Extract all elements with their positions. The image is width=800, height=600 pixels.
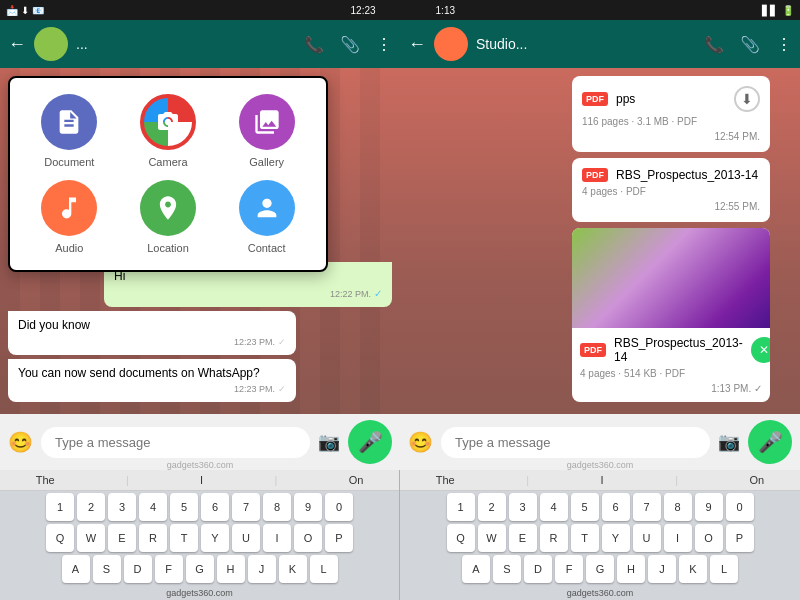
key-r-8[interactable]: 8 [664, 493, 692, 521]
key-9[interactable]: 9 [294, 493, 322, 521]
suggestion-right-2[interactable]: I [601, 474, 604, 486]
key-r-s[interactable]: S [493, 555, 521, 583]
key-r-h[interactable]: H [617, 555, 645, 583]
audio-icon [41, 180, 97, 236]
key-j[interactable]: J [248, 555, 276, 583]
key-r-o[interactable]: O [695, 524, 723, 552]
more-icon-right[interactable]: ⋮ [776, 35, 792, 54]
key-q[interactable]: Q [46, 524, 74, 552]
pdf-info-2: 4 pages · PDF [582, 186, 760, 197]
key-r-j[interactable]: J [648, 555, 676, 583]
key-r-5[interactable]: 5 [571, 493, 599, 521]
phone-icon-left[interactable]: 📞 [304, 35, 324, 54]
pdf-info-1: 116 pages · 3.1 MB · PDF [582, 116, 760, 127]
phone-icon-right[interactable]: 📞 [704, 35, 724, 54]
emoji-button-left[interactable]: 😊 [8, 430, 33, 454]
pdf-download-1[interactable]: ⬇ [734, 86, 760, 112]
key-8[interactable]: 8 [263, 493, 291, 521]
back-button-right[interactable]: ← [408, 34, 426, 55]
suggestion-left-3[interactable]: On [349, 474, 364, 486]
suggestion-left-2[interactable]: I [200, 474, 203, 486]
key-a[interactable]: A [62, 555, 90, 583]
avatar-right [434, 27, 468, 61]
key-r-g[interactable]: G [586, 555, 614, 583]
key-e[interactable]: E [108, 524, 136, 552]
header-icons-right: 📞 📎 ⋮ [704, 35, 792, 54]
key-o[interactable]: O [294, 524, 322, 552]
camera-button-right[interactable]: 📷 [718, 431, 740, 453]
emoji-button-right[interactable]: 😊 [408, 430, 433, 454]
key-r-w[interactable]: W [478, 524, 506, 552]
key-k[interactable]: K [279, 555, 307, 583]
msg-dyk-time: 12:23 PM. [234, 336, 275, 349]
key-r-1[interactable]: 1 [447, 493, 475, 521]
key-r-a[interactable]: A [462, 555, 490, 583]
pdf-name-2: RBS_Prospectus_2013-14 [616, 168, 760, 182]
attach-camera[interactable]: Camera [125, 94, 212, 168]
key-r-i[interactable]: I [664, 524, 692, 552]
key-r-q[interactable]: Q [447, 524, 475, 552]
qwerty-row-left: Q W E R T Y U I O P [2, 524, 397, 552]
pdf-msg-3: PDF RBS_Prospectus_2013-14 ✕ 4 pages · 5… [572, 328, 770, 402]
key-f[interactable]: F [155, 555, 183, 583]
key-0[interactable]: 0 [325, 493, 353, 521]
key-r-6[interactable]: 6 [602, 493, 630, 521]
key-r-4[interactable]: 4 [540, 493, 568, 521]
key-r-r[interactable]: R [540, 524, 568, 552]
key-7[interactable]: 7 [232, 493, 260, 521]
key-r-k[interactable]: K [679, 555, 707, 583]
contact-label: Contact [248, 242, 286, 254]
key-r-d[interactable]: D [524, 555, 552, 583]
key-y[interactable]: Y [201, 524, 229, 552]
paperclip-icon-left[interactable]: 📎 [340, 35, 360, 54]
mic-button-right[interactable]: 🎤 [748, 420, 792, 464]
key-2[interactable]: 2 [77, 493, 105, 521]
key-4[interactable]: 4 [139, 493, 167, 521]
key-1[interactable]: 1 [46, 493, 74, 521]
pdf-msg-1: PDF pps ⬇ 116 pages · 3.1 MB · PDF 12:54… [572, 76, 770, 152]
key-s[interactable]: S [93, 555, 121, 583]
key-u[interactable]: U [232, 524, 260, 552]
key-3[interactable]: 3 [108, 493, 136, 521]
message-input-left[interactable] [41, 427, 310, 458]
back-button-left[interactable]: ← [8, 34, 26, 55]
key-r-u[interactable]: U [633, 524, 661, 552]
attach-gallery[interactable]: Gallery [223, 94, 310, 168]
key-r-f[interactable]: F [555, 555, 583, 583]
message-input-right[interactable] [441, 427, 710, 458]
key-r-9[interactable]: 9 [695, 493, 723, 521]
key-r-t[interactable]: T [571, 524, 599, 552]
key-l[interactable]: L [310, 555, 338, 583]
key-r-0[interactable]: 0 [726, 493, 754, 521]
key-r-y[interactable]: Y [602, 524, 630, 552]
key-r-l[interactable]: L [710, 555, 738, 583]
key-w[interactable]: W [77, 524, 105, 552]
key-r[interactable]: R [139, 524, 167, 552]
suggestion-left-1[interactable]: The [36, 474, 55, 486]
key-5[interactable]: 5 [170, 493, 198, 521]
key-r-e[interactable]: E [509, 524, 537, 552]
key-t[interactable]: T [170, 524, 198, 552]
suggestion-right-1[interactable]: The [436, 474, 455, 486]
camera-button-left[interactable]: 📷 [318, 431, 340, 453]
key-r-3[interactable]: 3 [509, 493, 537, 521]
attach-audio[interactable]: Audio [26, 180, 113, 254]
more-icon-left[interactable]: ⋮ [376, 35, 392, 54]
key-p[interactable]: P [325, 524, 353, 552]
key-i[interactable]: I [263, 524, 291, 552]
key-6[interactable]: 6 [201, 493, 229, 521]
attach-document[interactable]: Document [26, 94, 113, 168]
mic-button-left[interactable]: 🎤 [348, 420, 392, 464]
key-r-7[interactable]: 7 [633, 493, 661, 521]
attach-location[interactable]: Location [125, 180, 212, 254]
paperclip-icon-right[interactable]: 📎 [740, 35, 760, 54]
key-h[interactable]: H [217, 555, 245, 583]
cancel-button[interactable]: ✕ [751, 337, 770, 363]
key-r-p[interactable]: P [726, 524, 754, 552]
key-d[interactable]: D [124, 555, 152, 583]
key-r-2[interactable]: 2 [478, 493, 506, 521]
attach-contact[interactable]: Contact [223, 180, 310, 254]
key-g[interactable]: G [186, 555, 214, 583]
notification-icons: 📩 ⬇ 📧 [6, 5, 44, 16]
suggestion-right-3[interactable]: On [750, 474, 765, 486]
